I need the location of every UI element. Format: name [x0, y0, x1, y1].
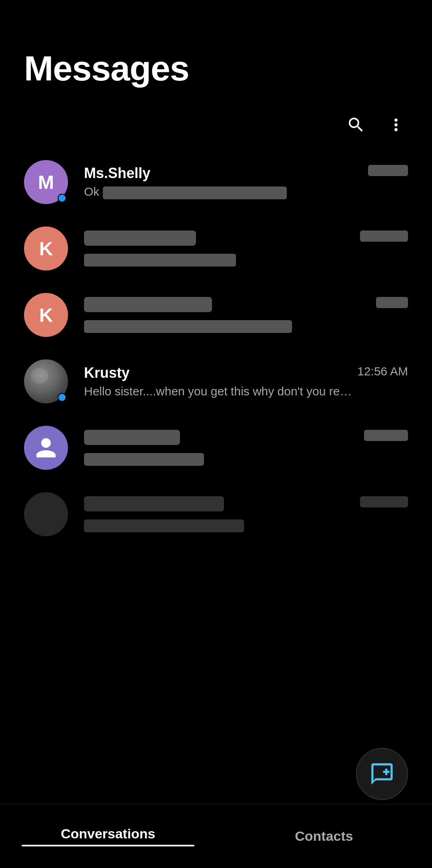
conversation-info: Krusty 12:56 AM Hello sister....when you… [84, 365, 408, 398]
bottom-nav: Conversations Contacts [0, 804, 432, 868]
conversation-item[interactable] [0, 415, 432, 481]
avatar [24, 492, 68, 536]
avatar-wrapper: M [24, 160, 68, 204]
conversation-info [84, 297, 408, 333]
conversation-info [84, 231, 408, 267]
tab-conversations[interactable]: Conversations [0, 818, 216, 854]
avatar-wrapper [24, 426, 68, 470]
avatar [24, 426, 68, 470]
conversation-time-redacted [360, 231, 408, 242]
conversation-time-redacted [364, 430, 408, 441]
avatar-wrapper [24, 492, 68, 536]
conversation-preview: Ok [84, 185, 356, 199]
avatar-wrapper: K [24, 227, 68, 271]
tab-active-indicator [22, 845, 194, 846]
toolbar [0, 105, 432, 149]
contact-name-redacted [84, 496, 224, 511]
conversation-header [84, 297, 408, 317]
search-button[interactable] [344, 113, 368, 137]
conversation-header [84, 496, 408, 516]
contact-name: Ms.Shelly [84, 165, 150, 182]
conversation-header [84, 231, 408, 251]
conversation-time: 12:56 AM [357, 365, 408, 378]
conversation-header: Ms.Shelly [84, 165, 408, 182]
avatar-wrapper [24, 359, 68, 403]
tab-contacts-label: Contacts [295, 828, 353, 844]
conversation-time-redacted [376, 297, 408, 308]
new-conversation-icon [369, 761, 395, 787]
header-area: Messages [0, 0, 432, 105]
new-conversation-button[interactable] [356, 748, 408, 800]
conversation-info [84, 430, 408, 466]
conversation-time [368, 165, 408, 179]
conversation-info [84, 496, 408, 532]
avatar: K [24, 293, 68, 337]
conversation-preview-redacted [84, 519, 408, 532]
contact-name-redacted [84, 430, 180, 445]
avatar-wrapper: K [24, 293, 68, 337]
unread-indicator [58, 393, 66, 402]
conversation-header: Krusty 12:56 AM [84, 365, 408, 381]
conversation-item[interactable]: M Ms.Shelly Ok [0, 149, 432, 215]
conversation-header [84, 430, 408, 450]
more-options-button[interactable] [384, 113, 408, 137]
contact-name-redacted [84, 231, 196, 246]
conversation-time-redacted [360, 496, 408, 507]
search-icon [346, 115, 366, 134]
conversation-item[interactable]: Krusty 12:56 AM Hello sister....when you… [0, 348, 432, 415]
avatar: K [24, 227, 68, 271]
conversation-item[interactable] [0, 481, 432, 547]
more-options-icon [386, 115, 406, 134]
contact-name: Krusty [84, 365, 130, 381]
conversation-item[interactable]: K [0, 282, 432, 348]
conversation-item[interactable]: K [0, 215, 432, 282]
page-title: Messages [24, 48, 408, 89]
unread-indicator [58, 194, 66, 202]
conversation-preview-redacted [84, 320, 408, 333]
tab-conversations-label: Conversations [61, 826, 155, 842]
conversation-preview: Hello sister....when you get this why do… [84, 385, 356, 398]
conversation-preview-redacted [84, 254, 408, 267]
messages-page: Messages M Ms.Shelly [0, 0, 432, 868]
tab-contacts[interactable]: Contacts [216, 820, 432, 852]
conversation-info: Ms.Shelly Ok [84, 165, 408, 199]
contact-name-redacted [84, 297, 212, 312]
conversation-preview-redacted [84, 453, 408, 466]
person-icon [34, 436, 58, 460]
